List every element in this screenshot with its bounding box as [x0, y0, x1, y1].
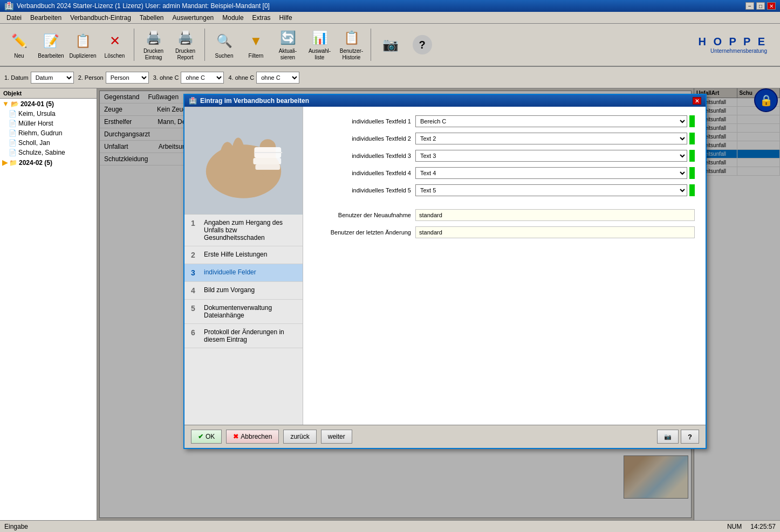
- doc-icon: 📄: [9, 110, 17, 118]
- next-button[interactable]: weiter: [321, 430, 352, 444]
- ok-icon: ✔: [198, 433, 203, 440]
- filter-4-select[interactable]: ohne C: [256, 72, 299, 84]
- field-3-indicator: [689, 150, 695, 162]
- toolbar-auswahlliste[interactable]: 📊 Auswahl-liste: [305, 26, 334, 64]
- filter-2-select[interactable]: Person: [106, 72, 149, 84]
- title-bar: 🏥 Verbandbuch 2024 Starter-Lizenz (1 Liz…: [0, 0, 780, 12]
- auswahlliste-label: Auswahl-liste: [309, 48, 331, 61]
- lock-icon: 🔒: [754, 88, 778, 112]
- nav-item-1[interactable]: 1 Angaben zum Hergang des Unfalls bzw Ge…: [184, 215, 303, 246]
- hoppe-subtitle: Unternehmensberatung: [698, 48, 767, 54]
- tree-item-scholl[interactable]: 📄 Scholl, Jan: [6, 138, 97, 148]
- cancel-icon: ✖: [233, 433, 238, 440]
- field-4-select[interactable]: Text 4: [415, 167, 687, 179]
- cancel-label: Abbrechen: [241, 433, 272, 440]
- toolbar-loeschen[interactable]: ✕ Löschen: [100, 26, 129, 64]
- toolbar-help[interactable]: ?: [407, 26, 437, 64]
- neuaufnahme-value: standard: [415, 209, 695, 221]
- tree-folder-2024-01[interactable]: ▼ 📂 2024-01 (5): [0, 99, 97, 109]
- filtern-label: Filtern: [249, 53, 264, 59]
- nav-item-2[interactable]: 2 Erste Hilfe Leistungen: [184, 246, 303, 264]
- minimize-button[interactable]: −: [745, 2, 754, 10]
- toolbar-separator-3: [371, 29, 371, 61]
- expand-icon: ▼: [2, 100, 9, 108]
- status-bar: Eingabe NUM 14:25:57: [0, 520, 780, 532]
- footer-help-button[interactable]: ?: [681, 430, 699, 444]
- menu-bearbeiten[interactable]: Bearbeiten: [26, 12, 66, 23]
- filter-1-label: 1. Datum: [4, 74, 29, 81]
- close-button[interactable]: ✕: [767, 2, 776, 10]
- filter-3-select[interactable]: ohne C: [181, 72, 224, 84]
- drucken-eintrag-icon: 🖨️: [143, 29, 165, 47]
- filter-4-label: 4. ohne C: [228, 74, 254, 81]
- ok-button[interactable]: ✔ OK: [191, 430, 222, 444]
- tree-item-schulze[interactable]: 📄 Schulze, Sabine: [6, 148, 97, 157]
- field-3-select[interactable]: Text 3: [415, 150, 687, 162]
- tree-item-keim[interactable]: 📄 Keim, Ursula: [6, 109, 97, 119]
- toolbar-drucken-report[interactable]: 🖨️ DruckenReport: [170, 26, 200, 64]
- field-2-input-group: Text 2: [415, 133, 695, 144]
- tree-item-label: Müller Horst: [18, 120, 53, 127]
- hoppe-logo: H O P P E Unternehmensberatung: [698, 36, 776, 54]
- tree-item-mueller[interactable]: 📄 Müller Horst: [6, 119, 97, 128]
- filter-bar: 1. Datum Datum 2. Person Person 3. ohne …: [0, 67, 780, 88]
- field-1-indicator: [689, 115, 695, 127]
- modal-title-icon: 🏥: [189, 97, 197, 105]
- back-button[interactable]: zurück: [283, 430, 316, 444]
- field-1-select[interactable]: Bereich C: [415, 115, 687, 127]
- window-controls[interactable]: − □ ✕: [745, 2, 776, 10]
- loeschen-icon: ✕: [104, 30, 126, 52]
- menu-extras[interactable]: Extras: [248, 12, 275, 23]
- aktualisieren-icon: 🔄: [277, 29, 299, 47]
- tree-group-2024-01: 📄 Keim, Ursula 📄 Müller Horst 📄 Riehm, G…: [0, 109, 97, 157]
- filter-group-2: 2. Person Person: [78, 72, 149, 84]
- toolbar-suchen[interactable]: 🔍 Suchen: [209, 26, 239, 64]
- field-1-label: individuelles Textfeld 1: [314, 118, 411, 125]
- toolbar-drucken-eintrag[interactable]: 🖨️ DruckenEintrag: [139, 26, 168, 64]
- menu-datei[interactable]: Datei: [2, 12, 26, 23]
- aenderung-value: standard: [415, 226, 695, 238]
- modal-close-button[interactable]: ✕: [693, 97, 701, 105]
- filter-1-select[interactable]: Datum: [31, 72, 74, 84]
- form-row-2: individuelles Textfeld 2 Text 2: [314, 133, 695, 144]
- toolbar-aktualisieren[interactable]: 🔄 Aktuali-sieren: [273, 26, 303, 64]
- field-2-select[interactable]: Text 2: [415, 133, 687, 144]
- menu-tabellen[interactable]: Tabellen: [135, 12, 168, 23]
- cancel-button[interactable]: ✖ Abbrechen: [226, 430, 279, 444]
- field-5-select[interactable]: Text 5: [415, 184, 687, 196]
- filtern-icon: ▼: [245, 30, 267, 52]
- bearbeiten-label: Bearbeiten: [38, 53, 64, 59]
- neu-label: Neu: [14, 53, 24, 59]
- suchen-label: Suchen: [215, 53, 234, 59]
- field-2-label: individuelles Textfeld 2: [314, 135, 411, 142]
- tree-item-label: Scholl, Jan: [18, 139, 50, 147]
- footer-camera-button[interactable]: 📷: [657, 430, 679, 444]
- modal-title-text: Eintrag im Verbandbuch bearbeiten: [200, 97, 309, 105]
- toolbar-bearbeiten[interactable]: 📝 Bearbeiten: [36, 26, 66, 64]
- nav-item-6[interactable]: 6 Protokoll der Änderungen in diesem Ein…: [184, 324, 303, 348]
- field-3-input-group: Text 3: [415, 150, 695, 162]
- maximize-button[interactable]: □: [756, 2, 765, 10]
- status-right: NUM 14:25:57: [727, 523, 776, 530]
- status-num: NUM: [727, 523, 742, 530]
- tree-item-riehm[interactable]: 📄 Riehm, Gudrun: [6, 128, 97, 138]
- toolbar-duplizieren[interactable]: 📋 Duplizieren: [68, 26, 98, 64]
- nav-item-6-label: Protokoll der Änderungen in diesem Eintr…: [204, 328, 296, 343]
- nav-item-4[interactable]: 4 Bild zum Vorgang: [184, 282, 303, 300]
- modal-body: 1 Angaben zum Hergang des Unfalls bzw Ge…: [184, 107, 706, 425]
- doc-icon: 📄: [9, 139, 17, 147]
- menu-hilfe[interactable]: Hilfe: [275, 12, 297, 23]
- field-4-label: individuelles Textfeld 4: [314, 170, 411, 176]
- field-5-input-group: Text 5: [415, 184, 695, 196]
- toolbar-benutzer-historie[interactable]: 📋 Benutzer-Historie: [337, 26, 366, 64]
- toolbar-camera[interactable]: 📷: [375, 26, 405, 64]
- menu-verbandbuch-eintrag[interactable]: Verbandbuch-Eintrag: [66, 12, 135, 23]
- menu-auswertungen[interactable]: Auswertungen: [168, 12, 218, 23]
- drucken-eintrag-label: DruckenEintrag: [143, 48, 163, 61]
- menu-module[interactable]: Module: [218, 12, 248, 23]
- nav-item-5[interactable]: 5 Dokumentenverwaltung Dateianhänge: [184, 300, 303, 324]
- nav-item-3[interactable]: 3 individuelle Felder: [184, 264, 303, 282]
- toolbar-neu[interactable]: ✏️ Neu: [4, 26, 34, 64]
- tree-folder-2024-02[interactable]: ▶ 📁 2024-02 (5): [0, 157, 97, 168]
- toolbar-filtern[interactable]: ▼ Filtern: [241, 26, 271, 64]
